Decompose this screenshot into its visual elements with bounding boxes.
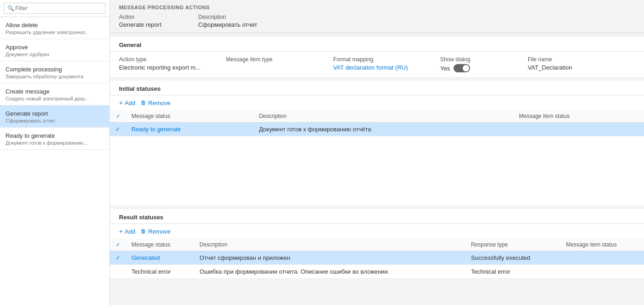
initial-statuses-toolbar: + Add 🗑 Remove: [110, 95, 644, 110]
message-item-type-field: Message item type: [226, 56, 333, 64]
initial-row0-message-item-status: [513, 123, 644, 136]
description-field: Description Сформировать отчет: [198, 14, 257, 28]
table-row[interactable]: Technical error Ошибка при формировании …: [110, 265, 644, 279]
result-add-icon: +: [119, 228, 123, 235]
result-col-message-item-status: Message item status: [561, 239, 644, 251]
description-value: Сформировать отчет: [198, 21, 257, 28]
result-row0-description: Отчет сформирован и приложен: [194, 251, 465, 265]
result-add-button[interactable]: + Add: [119, 228, 135, 235]
table-row[interactable]: ✓ Ready to generate Документ готов к фор…: [110, 123, 644, 136]
result-add-label: Add: [125, 228, 135, 235]
initial-row0-check: ✓: [110, 123, 126, 136]
initial-add-label: Add: [125, 100, 135, 106]
description-label: Description: [198, 14, 257, 20]
initial-statuses-table-wrap: ✓ Message status Description Message ite…: [110, 110, 644, 205]
result-row0-message-status[interactable]: Generated: [126, 251, 194, 265]
remove-icon: 🗑: [141, 100, 146, 106]
sidebar-item-approve[interactable]: Approve Документ одобрен: [0, 39, 109, 61]
general-fields-wrap: Action type Electronic reporting export …: [110, 52, 644, 77]
result-col-description: Description: [194, 239, 465, 251]
add-icon: +: [119, 99, 123, 106]
initial-remove-label: Remove: [148, 100, 170, 106]
result-statuses-toolbar: + Add 🗑 Remove: [110, 224, 644, 239]
result-col-check: ✓: [110, 239, 126, 251]
result-statuses-title: Result statuses: [110, 209, 644, 223]
mpa-section: MESSAGE PROCESSING ACTIONS Action Genera…: [110, 0, 644, 33]
initial-col-description: Description: [253, 110, 513, 123]
initial-statuses-title: Initial statuses: [110, 81, 644, 95]
show-dialog-field: Show dialog Yes: [440, 56, 528, 72]
initial-table-empty-space: [110, 136, 644, 205]
result-row0-check: ✓: [110, 251, 126, 265]
general-title: General: [110, 37, 644, 51]
main-content: MESSAGE PROCESSING ACTIONS Action Genera…: [110, 0, 644, 305]
result-remove-label: Remove: [148, 228, 170, 235]
table-row[interactable]: ✓ Generated Отчет сформирован и приложен…: [110, 251, 644, 265]
format-mapping-link[interactable]: VAT declaration format (RU): [333, 64, 431, 71]
action-value: Generate report: [119, 21, 161, 28]
result-row0-response-type: Successfully executed: [465, 251, 561, 265]
result-col-message-status: Message status: [126, 239, 194, 251]
initial-col-check: ✓: [110, 110, 126, 123]
sidebar-item-create-message[interactable]: Create message Создать новый электронный…: [0, 83, 109, 106]
initial-row0-message-status[interactable]: Ready to generate: [126, 123, 253, 136]
sidebar-item-complete-processing[interactable]: Complete processing Завершить обработку …: [0, 61, 109, 83]
general-section: General Action type Electronic reporting…: [110, 37, 644, 77]
action-type-field: Action type Electronic reporting export …: [119, 56, 226, 71]
sidebar-item-allow-delete[interactable]: Allow delete Разрешить удаление электрон…: [0, 17, 109, 39]
result-remove-button[interactable]: 🗑 Remove: [141, 228, 170, 235]
result-col-response-type: Response type: [465, 239, 561, 251]
initial-col-message-status: Message status: [126, 110, 253, 123]
result-row1-message-status: Technical error: [126, 265, 194, 279]
sidebar-filter-bar: 🔍: [0, 0, 109, 17]
filter-input[interactable]: [4, 3, 106, 14]
result-row1-response-type: Technical error: [465, 265, 561, 279]
mpa-fields: Action Generate report Description Сформ…: [119, 14, 635, 28]
initial-statuses-table: ✓ Message status Description Message ite…: [110, 110, 644, 136]
show-dialog-yes-label: Yes: [440, 65, 450, 72]
mpa-title: MESSAGE PROCESSING ACTIONS: [119, 5, 635, 10]
show-dialog-toggle-wrap: Yes: [440, 64, 519, 72]
sidebar-item-ready-to-generate[interactable]: Ready to generate Документ готов к форми…: [0, 128, 109, 150]
initial-add-button[interactable]: + Add: [119, 99, 135, 106]
action-field: Action Generate report: [119, 14, 161, 28]
result-row1-message-item-status: [561, 265, 644, 279]
action-label: Action: [119, 14, 161, 20]
general-fields: Action type Electronic reporting export …: [119, 56, 635, 72]
file-name-field: File name VAT_Declaration: [528, 56, 635, 71]
filter-wrap: 🔍: [4, 3, 106, 14]
initial-col-message-item-status: Message item status: [513, 110, 644, 123]
initial-row0-description: Документ готов к формированию отчёта: [253, 123, 513, 136]
show-dialog-toggle[interactable]: [453, 64, 470, 72]
result-statuses-table: ✓ Message status Description Response ty…: [110, 239, 644, 279]
result-row0-message-item-status: [561, 251, 644, 265]
search-icon: 🔍: [7, 5, 14, 12]
initial-statuses-section: Initial statuses + Add 🗑 Remove ✓: [110, 81, 644, 205]
sidebar: 🔍 Allow delete Разрешить удаление электр…: [0, 0, 110, 305]
result-statuses-table-wrap: ✓ Message status Description Response ty…: [110, 239, 644, 279]
sidebar-item-generate-report[interactable]: Generate report Сформировать отчет: [0, 106, 109, 128]
initial-remove-button[interactable]: 🗑 Remove: [141, 100, 170, 106]
result-row1-description: Ошибка при формировании отчета. Описание…: [194, 265, 465, 279]
result-row1-check: [110, 265, 126, 279]
result-statuses-section: Result statuses + Add 🗑 Remove ✓ M: [110, 209, 644, 279]
format-mapping-field: Format mapping VAT declaration format (R…: [333, 56, 440, 71]
result-remove-icon: 🗑: [141, 228, 146, 235]
